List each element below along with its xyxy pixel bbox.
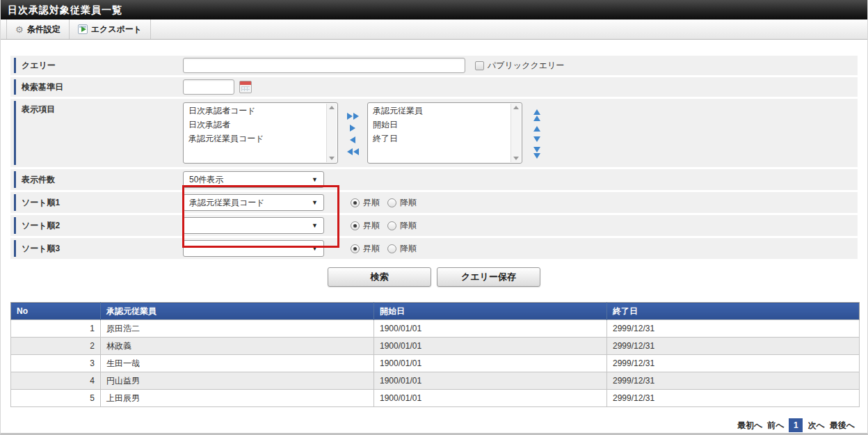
sort3-asc-radio[interactable] [351, 244, 360, 253]
sort2-asc-label: 昇順 [363, 220, 380, 232]
available-items-scrollbar[interactable] [326, 104, 337, 162]
display-count-label: 表示件数 [10, 169, 183, 190]
selected-items-listbox[interactable]: 承認元従業員開始日終了日 [367, 102, 522, 164]
header-end-date[interactable]: 終了日 [607, 303, 860, 320]
pagination-last[interactable]: 最後へ [830, 420, 855, 432]
save-query-button[interactable]: クエリー保存 [437, 267, 540, 287]
table-row[interactable]: 1原田浩二1900/01/012999/12/31 [11, 320, 860, 338]
sort2-row: ソート順2 ▼ 昇順 降順 [10, 215, 858, 236]
scroll-up-icon[interactable] [513, 106, 519, 109]
cell-end-date: 2999/12/31 [607, 338, 860, 355]
listbox-option[interactable]: 開始日 [368, 118, 511, 132]
sort1-asc-label: 昇順 [363, 197, 380, 209]
sort2-field-area: ▼ 昇順 降順 [183, 215, 858, 236]
move-down-button[interactable] [533, 136, 540, 142]
header-no[interactable]: No [11, 303, 101, 320]
calendar-icon[interactable] [239, 81, 252, 93]
sort1-row: ソート順1 承認元従業員コード ▼ 昇順 降順 [10, 192, 858, 213]
scroll-up-icon[interactable] [329, 106, 335, 109]
display-items-label: 表示項目 [10, 99, 183, 167]
chevron-down-icon: ▼ [312, 199, 318, 206]
sort3-select[interactable]: ▼ [183, 240, 324, 257]
export-label: エクスポート [91, 24, 142, 35]
display-count-select[interactable]: 50件表示 ▼ [183, 171, 324, 188]
cell-source-employee: 上田辰男 [101, 390, 374, 407]
page: 日次承認対象従業員一覧 ⚙ 条件設定 エクスポート クエリー パブリッククエリー… [0, 0, 868, 435]
condition-settings-button[interactable]: ⚙ 条件設定 [6, 19, 70, 39]
selected-items-scrollbar[interactable] [511, 104, 521, 162]
cell-start-date: 1900/01/01 [374, 320, 607, 338]
header-source-employee[interactable]: 承認元従業員 [101, 303, 374, 320]
move-right-button[interactable] [350, 125, 355, 132]
available-items-listbox[interactable]: 日次承認者コード日次承認者承認元従業員コード [183, 102, 338, 164]
cell-end-date: 2999/12/31 [607, 320, 860, 338]
sort3-direction-group: 昇順 降順 [351, 243, 422, 255]
display-count-row: 表示件数 50件表示 ▼ [10, 169, 858, 190]
header-start-date[interactable]: 開始日 [374, 303, 607, 320]
sort1-value: 承認元従業員コード [189, 197, 265, 209]
scroll-down-icon[interactable] [329, 157, 335, 160]
sort2-desc-label: 降順 [400, 220, 417, 232]
table-body: 1原田浩二1900/01/012999/12/312林政義1900/01/012… [11, 320, 860, 407]
listbox-option[interactable]: 日次承認者コード [184, 104, 326, 118]
cell-start-date: 1900/01/01 [374, 338, 607, 355]
pagination-first[interactable]: 最初へ [737, 420, 762, 432]
scroll-down-icon[interactable] [513, 157, 519, 160]
pagination-prev[interactable]: 前へ [767, 420, 784, 432]
sort3-desc-radio[interactable] [387, 244, 396, 253]
move-up-button[interactable] [533, 126, 540, 132]
pagination-next[interactable]: 次へ [807, 420, 824, 432]
cell-end-date: 2999/12/31 [607, 390, 860, 407]
pagination-current-page: 1 [789, 418, 803, 432]
selected-items-options: 承認元従業員開始日終了日 [368, 104, 511, 145]
action-buttons: 検索 クエリー保存 [10, 267, 858, 287]
cell-start-date: 1900/01/01 [374, 372, 607, 390]
cell-no: 4 [11, 372, 101, 390]
public-query-checkbox[interactable] [475, 61, 484, 70]
query-input[interactable] [183, 58, 465, 73]
base-date-field-area [183, 77, 858, 97]
condition-settings-label: 条件設定 [27, 24, 61, 35]
move-left-button[interactable] [350, 136, 355, 143]
base-date-input[interactable] [183, 79, 234, 95]
transfer-buttons [338, 102, 367, 164]
sort3-row: ソート順3 ▼ 昇順 降順 [10, 238, 858, 259]
export-icon [78, 24, 88, 34]
sort1-asc-radio[interactable] [351, 198, 360, 207]
display-count-value: 50件表示 [189, 174, 223, 186]
table-row[interactable]: 4円山益男1900/01/012999/12/31 [11, 372, 860, 390]
cell-no: 5 [11, 390, 101, 407]
listbox-option[interactable]: 承認元従業員 [368, 104, 511, 118]
sort3-label: ソート順3 [10, 238, 183, 259]
search-button[interactable]: 検索 [328, 267, 431, 287]
move-all-right-button[interactable] [347, 113, 359, 120]
page-title: 日次承認対象従業員一覧 [1, 0, 867, 19]
sort2-desc-radio[interactable] [387, 221, 396, 230]
sort1-field-area: 承認元従業員コード ▼ 昇順 降順 [183, 192, 858, 213]
sort1-select[interactable]: 承認元従業員コード ▼ [183, 194, 324, 211]
cell-no: 3 [11, 355, 101, 372]
search-form: クエリー パブリッククエリー 検索基準日 表示項目 日次承認者コード日次承認者承… [1, 40, 867, 287]
move-bottom-button[interactable] [533, 147, 540, 159]
listbox-option[interactable]: 終了日 [368, 132, 511, 145]
listbox-option[interactable]: 承認元従業員コード [184, 132, 326, 145]
cell-start-date: 1900/01/01 [374, 355, 607, 372]
table-row[interactable]: 2林政義1900/01/012999/12/31 [11, 338, 860, 355]
export-button[interactable]: エクスポート [69, 19, 151, 39]
listbox-option[interactable]: 日次承認者 [184, 118, 326, 132]
sort2-asc-radio[interactable] [351, 221, 360, 230]
sort2-direction-group: 昇順 降順 [351, 220, 422, 232]
sort1-desc-radio[interactable] [387, 198, 396, 207]
base-date-label: 検索基準日 [10, 77, 183, 97]
chevron-down-icon: ▼ [312, 222, 318, 229]
cell-end-date: 2999/12/31 [607, 372, 860, 390]
base-date-row: 検索基準日 [10, 77, 858, 97]
table-row[interactable]: 3生田一哉1900/01/012999/12/31 [11, 355, 860, 372]
move-top-button[interactable] [533, 109, 540, 121]
cell-source-employee: 円山益男 [101, 372, 374, 390]
pagination: 最初へ 前へ 1 次へ 最後へ [1, 418, 855, 432]
move-all-left-button[interactable] [347, 148, 359, 155]
sort2-select[interactable]: ▼ [183, 217, 324, 234]
table-row[interactable]: 5上田辰男1900/01/012999/12/31 [11, 390, 860, 407]
toolbar: ⚙ 条件設定 エクスポート [1, 19, 867, 40]
